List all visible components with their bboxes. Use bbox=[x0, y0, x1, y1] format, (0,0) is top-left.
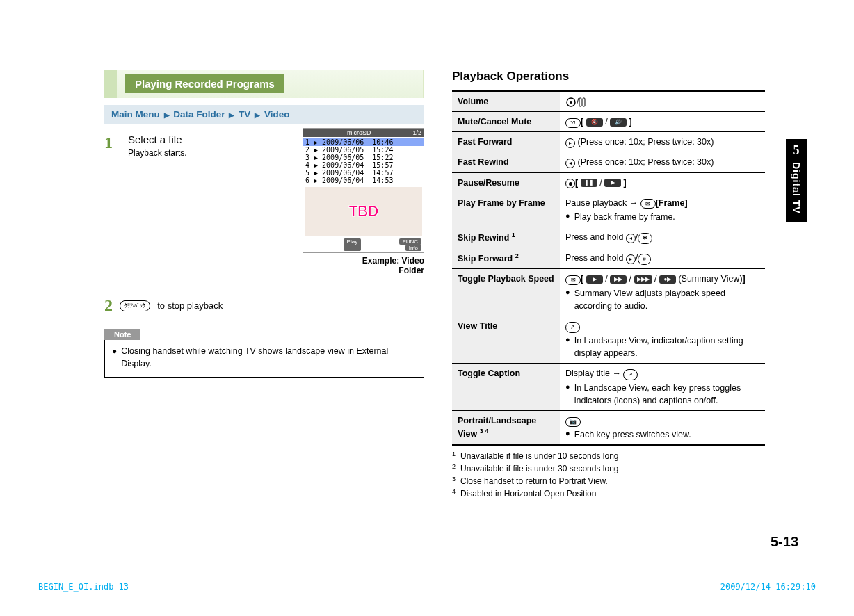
note-block: Note ● Closing handset while watching TV… bbox=[104, 315, 424, 378]
phone-screenshot: microSD 1/2 1 ▶ 2009/06/06 10:46 2 ▶ 200… bbox=[303, 128, 424, 253]
softkey-func: FUNC bbox=[399, 238, 421, 245]
table-row: Skip Rewind 1 Press and hold ◂/✱ bbox=[452, 227, 765, 248]
send-key-icon: ↗ bbox=[623, 369, 638, 380]
chapter-tab: 5 Digital TV bbox=[786, 139, 807, 222]
sound-icon: 🔊 bbox=[610, 118, 627, 127]
list-item: 5 ▶ 2009/06/04 14:57 bbox=[303, 169, 424, 177]
triangle-icon: ▶ bbox=[164, 111, 170, 119]
table-row: View Title ↗ ●In Landscape View, indicat… bbox=[452, 316, 765, 363]
bullet-icon: ● bbox=[565, 382, 570, 407]
chapter-number: 5 bbox=[786, 143, 807, 158]
table-row: Pause/Resume [ ❚❚ / ▶ ] bbox=[452, 172, 765, 193]
table-row: Toggle Playback Speed ✉[ ▶ / ▶▶ / ▶▶▶ / … bbox=[452, 269, 765, 316]
playback-ops-heading: Playback Operations bbox=[452, 70, 765, 83]
step-number: 2 bbox=[104, 296, 113, 315]
star-key-icon: ✱ bbox=[638, 233, 652, 244]
breadcrumb: Main Menu ▶ Data Folder ▶ TV ▶ Video bbox=[104, 105, 424, 124]
side-keys-icon bbox=[579, 97, 586, 107]
table-row: Fast Rewind ◂ (Press once: 10x; Press tw… bbox=[452, 152, 765, 172]
note-text: Closing handset while watching TV shows … bbox=[121, 346, 417, 370]
speed-1x-icon: ▶ bbox=[586, 275, 603, 284]
step-number: 1 bbox=[104, 133, 118, 152]
table-row: Play Frame by Frame Pause playback → ✉[F… bbox=[452, 193, 765, 227]
table-row: Volume / bbox=[452, 91, 765, 112]
screenshot-caption: Example: Video Folder bbox=[303, 256, 424, 275]
nav-right-icon: ▸ bbox=[626, 254, 636, 264]
svg-rect-2 bbox=[579, 98, 581, 106]
chapter-label: Digital TV bbox=[791, 162, 802, 214]
mute-icon: 🔇 bbox=[586, 118, 603, 127]
clear-key-icon: ｸﾘｱ/ﾊﾞｯｸ bbox=[120, 300, 150, 311]
nav-left-icon: ◂ bbox=[626, 234, 636, 243]
step-2: 2 ｸﾘｱ/ﾊﾞｯｸ to stop playback bbox=[104, 296, 424, 315]
footer-left: BEGIN_E_OI.indb 13 bbox=[38, 582, 129, 592]
triangle-icon: ▶ bbox=[229, 111, 234, 119]
screenshot-wrap: microSD 1/2 1 ▶ 2009/06/06 10:46 2 ▶ 200… bbox=[303, 128, 424, 275]
svg-point-1 bbox=[570, 101, 572, 104]
bullet-icon: ● bbox=[565, 211, 570, 223]
table-row: Portrait/Landscape View 3 4 📷 ●Each key … bbox=[452, 410, 765, 445]
table-row: Mute/Cancel Mute Y![ 🔇 / 🔊 ] bbox=[452, 112, 765, 132]
hash-key-icon: # bbox=[638, 254, 650, 265]
yahoo-key-icon: Y! bbox=[565, 118, 581, 128]
summary-view-icon: ●▶ bbox=[659, 275, 676, 284]
nav-left-icon: ◂ bbox=[565, 159, 575, 168]
file-list: 1 ▶ 2009/06/06 10:46 2 ▶ 2009/06/05 15:2… bbox=[303, 137, 424, 186]
section-title-bar: Playing Recorded Programs bbox=[104, 70, 424, 98]
pause-icon: ❚❚ bbox=[581, 179, 597, 187]
table-row: Skip Forward 2 Press and hold ▸/# bbox=[452, 248, 765, 269]
table-row: Toggle Caption Display title → ↗ ●In Lan… bbox=[452, 363, 765, 410]
triangle-icon: ▶ bbox=[255, 111, 260, 119]
list-item: 6 ▶ 2009/06/04 14:53 bbox=[303, 177, 424, 184]
footer-right: 2009/12/14 16:29:10 bbox=[720, 582, 816, 592]
mail-key-icon: ✉ bbox=[565, 275, 581, 285]
footnotes: 1Unavailable if file is under 10 seconds… bbox=[452, 450, 765, 500]
list-item: 1 ▶ 2009/06/06 10:46 bbox=[303, 138, 424, 146]
list-item: 4 ▶ 2009/06/04 15:57 bbox=[303, 161, 424, 169]
step-title: Select a file bbox=[128, 133, 296, 145]
page-number: 5-13 bbox=[771, 534, 798, 550]
step-text: to stop playback bbox=[157, 300, 223, 311]
play-icon: ▶ bbox=[604, 179, 621, 187]
center-key-icon bbox=[565, 179, 575, 188]
bullet-icon: ● bbox=[565, 287, 570, 312]
table-row: Fast Forward ▸ (Press once: 10x; Press t… bbox=[452, 132, 765, 152]
left-column: Playing Recorded Programs Main Menu ▶ Da… bbox=[104, 70, 424, 500]
list-item: 2 ▶ 2009/06/05 15:24 bbox=[303, 146, 424, 154]
note-label: Note bbox=[104, 329, 140, 340]
speed-3x-icon: ▶▶▶ bbox=[634, 275, 652, 284]
step-subtitle: Playback starts. bbox=[128, 148, 296, 158]
nav-ring-icon bbox=[565, 97, 577, 108]
bullet-icon: ● bbox=[565, 334, 570, 359]
mail-key-icon: ✉ bbox=[640, 199, 656, 209]
thumbnail: TBD bbox=[305, 187, 422, 236]
svg-rect-3 bbox=[583, 98, 585, 106]
bullet-icon: ● bbox=[565, 428, 570, 441]
list-item: 3 ▶ 2009/06/05 15:22 bbox=[303, 154, 424, 161]
camera-key-icon: 📷 bbox=[565, 417, 581, 427]
speed-2x-icon: ▶▶ bbox=[610, 275, 627, 284]
step-1: 1 Select a file Playback starts. bbox=[104, 133, 296, 158]
send-key-icon: ↗ bbox=[565, 322, 580, 333]
right-column: Playback Operations Volume / Mute/Cancel… bbox=[452, 70, 765, 500]
section-title: Playing Recorded Programs bbox=[125, 74, 284, 93]
page-body: Playing Recorded Programs Main Menu ▶ Da… bbox=[0, 0, 854, 500]
bullet-icon: ● bbox=[112, 346, 117, 370]
nav-right-icon: ▸ bbox=[565, 138, 575, 148]
operations-table: Volume / Mute/Cancel Mute Y![ 🔇 / 🔊 ] Fa… bbox=[452, 90, 765, 446]
softkey-info: Info bbox=[405, 245, 421, 251]
softkey-play: Play bbox=[344, 238, 362, 251]
thumbnail-text: TBD bbox=[348, 202, 378, 220]
